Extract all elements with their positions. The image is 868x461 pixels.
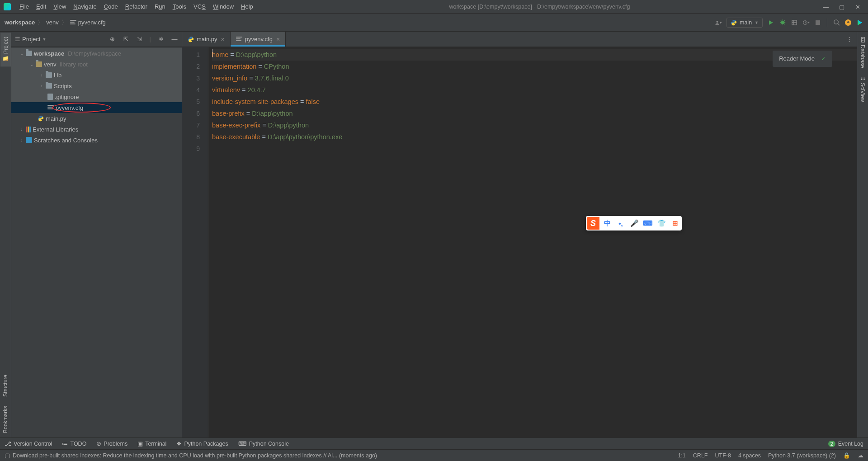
event-log-tab[interactable]: 2 Event Log [828,441,863,447]
crumb-venv[interactable]: venv [46,19,58,26]
structure-tool-tab[interactable]: Structure [0,370,10,401]
encoding[interactable]: UTF-8 [715,452,731,459]
menu-navigate[interactable]: Navigate [70,2,99,11]
branch-icon: ⎇ [5,440,11,447]
tab-main[interactable]: main.py × [182,32,231,47]
pane-title[interactable]: ☰ Project ▼ [15,36,46,42]
folder-icon [26,51,32,56]
expand-icon[interactable]: ⇱ [123,36,130,43]
tree-gitignore[interactable]: .gitignore [11,91,182,102]
stop-icon[interactable] [814,19,821,26]
crumb-root[interactable]: workspace [5,19,35,26]
tree-ext-libs[interactable]: › External Libraries [11,124,182,135]
terminal-tab[interactable]: ▣Terminal [137,440,166,447]
reader-mode-label: Reader Mode [779,53,815,65]
minimize-icon[interactable]: ― [823,4,829,10]
code-line [212,143,857,155]
close-icon[interactable]: ✕ [855,4,862,10]
menu-edit[interactable]: Edit [33,2,49,11]
console-icon: ⌨ [238,440,247,447]
search-icon[interactable] [833,19,840,26]
code-line: virtualenv = 20.4.7 [212,84,857,96]
readonly-icon[interactable]: 🔒 [843,452,850,459]
sync-icon[interactable] [844,19,852,26]
code-line: base-exec-prefix = D:\app\python [212,119,857,131]
ime-punct-icon[interactable]: •, [615,217,627,229]
caret [212,49,212,57]
close-tab-icon[interactable]: × [220,36,226,43]
interpreter[interactable]: Python 3.7 (workspace) (2) [768,452,836,459]
ime-lang[interactable]: 中 [601,217,613,229]
menu-vcs[interactable]: VCS [190,2,209,11]
editor-viewport[interactable]: 123 456 789 home = D:\app\python impleme… [182,47,857,437]
locate-icon[interactable]: ⊕ [109,36,116,43]
tree-scratches[interactable]: › Scratches and Consoles [11,135,182,146]
problems-icon: ⊘ [96,440,101,447]
crumb-file[interactable]: pyvenv.cfg [70,19,106,26]
tab-label: pyvenv.cfg [245,36,273,42]
tab-pyvenv[interactable]: pyvenv.cfg × [231,32,286,47]
maximize-icon[interactable]: ▢ [839,4,845,10]
gear-icon[interactable]: ✲ [157,36,165,43]
tree-main[interactable]: main.py [11,113,182,124]
menu-help[interactable]: Help [238,2,256,11]
folder-icon [36,61,42,67]
code-editor[interactable]: home = D:\app\python implementation = CP… [208,47,857,437]
status-right: 1:1 CRLF UTF-8 4 spaces Python 3.7 (work… [678,452,863,459]
left-tool-strip: 📁Project Structure Bookmarks [0,32,11,437]
ime-voice-icon[interactable]: 🎤 [628,217,640,229]
menu-refactor[interactable]: Refactor [122,2,151,11]
jetbrains-icon[interactable] [856,19,863,26]
menu-code[interactable]: Code [101,2,121,11]
problems-tab[interactable]: ⊘Problems [96,440,127,447]
run-icon[interactable] [767,19,774,26]
packages-tab[interactable]: ❖Python Packages [176,440,228,447]
coverage-icon[interactable] [791,19,798,26]
debug-icon[interactable] [779,19,786,26]
ime-widget[interactable]: S 中 •, 🎤 ⌨ 👕 ⊞ [586,216,682,230]
menu-run[interactable]: Run [151,2,169,11]
user-icon[interactable]: ▾ [715,19,722,26]
project-tool-tab[interactable]: 📁Project [0,33,11,66]
caret-position[interactable]: 1:1 [678,452,685,459]
pane-title-label: Project [22,36,40,42]
collapse-icon[interactable]: ⇲ [136,36,143,43]
line-separator[interactable]: CRLF [693,452,708,459]
file-icon [47,94,53,100]
ime-keyboard-icon[interactable]: ⌨ [642,217,654,229]
sciview-tool-tab[interactable]: ⠿SciView [858,72,868,106]
ime-grid-icon[interactable]: ⊞ [669,217,681,229]
version-control-tab[interactable]: ⎇Version Control [5,440,52,447]
app-icon [4,3,11,10]
profile-icon[interactable]: ▾ [802,19,810,26]
menu-file[interactable]: File [16,2,32,11]
project-tree[interactable]: ⌄ workspace D:\empyt\workspace ⌄ venv li… [11,47,182,437]
close-tab-icon[interactable]: × [275,36,281,43]
hide-icon[interactable]: ― [171,36,178,43]
database-tool-tab[interactable]: 🗄Database [858,33,868,72]
status-bar: ▢ Download pre-built shared indexes: Red… [0,449,868,461]
tree-lib[interactable]: › Lib [11,70,182,80]
tree-scripts[interactable]: › Scripts [11,80,182,91]
menu-window[interactable]: Window [210,2,237,11]
tree-item-label: main.py [46,115,66,122]
ide-features-icon[interactable]: ☁ [858,452,863,459]
todo-tab[interactable]: ≔TODO [62,440,86,447]
menu-tools[interactable]: Tools [170,2,189,11]
console-tab[interactable]: ⌨Python Console [238,440,289,447]
status-message[interactable]: ▢ Download pre-built shared indexes: Red… [5,452,670,459]
tree-venv[interactable]: ⌄ venv library root [11,59,182,70]
menu-view[interactable]: View [50,2,69,11]
libraries-icon [26,127,31,132]
tree-item-path: D:\empyt\workspace [68,50,121,57]
tree-pyvenv[interactable]: pyvenv.cfg [11,102,182,113]
tree-item-tag: library root [60,61,87,68]
run-config-selector[interactable]: main ▼ [726,18,763,28]
ime-logo-icon: S [587,217,599,230]
tabs-more-icon[interactable]: ⋮ [842,32,857,47]
tree-root[interactable]: ⌄ workspace D:\empyt\workspace [11,48,182,59]
reader-mode-badge[interactable]: Reader Mode ✓ [773,51,832,67]
ime-skin-icon[interactable]: 👕 [656,217,667,229]
bookmarks-tool-tab[interactable]: Bookmarks [0,401,10,437]
indent[interactable]: 4 spaces [738,452,761,459]
